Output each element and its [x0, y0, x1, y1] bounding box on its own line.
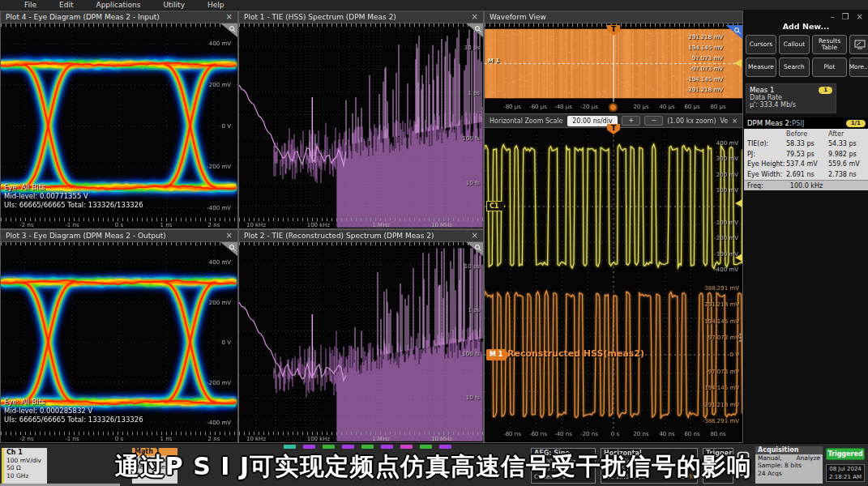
table-row: Eye Height: 537.4 mV 559.6 mV [744, 160, 868, 170]
plot3-header[interactable]: Plot 3 - Eye Diagram (DPM Meas 2 - Outpu… [1, 230, 237, 242]
axis-label: 0 s [107, 222, 131, 228]
axis-label: -194.145 mV [686, 76, 723, 83]
axis-label: -400 mV [714, 266, 738, 273]
menu-help[interactable]: Help [207, 1, 224, 9]
acquisition-panel[interactable]: Acquisition Manual, Analyze Sample: 8 bi… [755, 446, 823, 484]
axis-label: -400 mV [207, 420, 231, 426]
oscilloscope-app: File Edit Applications Utility Help Plot… [0, 0, 868, 486]
table-row: Eye Width: 2.691 ns 2.738 ns [744, 169, 868, 180]
axis-label: -60 µs [526, 104, 550, 110]
overview-reference-arrow-icon[interactable] [734, 59, 742, 67]
meas1-source-pill[interactable]: 1 [819, 87, 832, 94]
add-new-heading: Add New... [744, 22, 868, 31]
axis-label: 0 s [603, 431, 627, 437]
axis-label: 300 mV [716, 156, 738, 162]
results-table-button[interactable]: Results Table [812, 35, 847, 54]
zoom-close-icon[interactable]: × [732, 117, 738, 125]
minimized-badge-chip[interactable] [323, 445, 335, 449]
panel-splitter-handle[interactable]: ••• [738, 334, 742, 343]
axis-label: -60 ns [526, 431, 550, 437]
axis-label: 1 MHz [369, 222, 393, 228]
trigger-level-arrow-icon[interactable] [735, 254, 742, 262]
cursors-button[interactable]: Cursors [746, 35, 776, 54]
dpm-results-table: Before After TIE(σ): 58.33 ps 54.33 ps P… [744, 129, 868, 190]
axis-label: 97.073 mV [708, 335, 739, 341]
axis-label: 10 kHz [244, 436, 268, 442]
axis-label: 80 ns [706, 431, 730, 437]
axis-label: 20 µs [629, 104, 653, 110]
dpm-meas2-results[interactable]: DPM Meas 2: PSIJ 1/1 Before After TIE(σ)… [744, 117, 868, 190]
axis-label: 400 mV [209, 259, 231, 266]
minimized-badges-strip[interactable] [284, 445, 451, 449]
callout-button[interactable]: Callout [779, 35, 810, 54]
math1-waveform-badge[interactable]: M 1 [486, 349, 509, 360]
zoom-out-button[interactable]: − [644, 116, 663, 126]
minimized-badge-chip[interactable] [361, 445, 374, 449]
axis-label: -20 µs [577, 104, 601, 110]
axis-label: 1 MHz [369, 436, 393, 442]
ch1-waveform-badge[interactable]: C1 [486, 201, 505, 211]
plot4-header[interactable]: Plot 4 - Eye Diagram (DPM Meas 2 - Input… [1, 11, 237, 23]
annotate-icon-button[interactable] [849, 35, 868, 54]
acquisition-mode: Manual, [758, 454, 782, 463]
waveform-view-header[interactable]: Waveform View [485, 11, 742, 23]
ch1-badge[interactable]: Ch 1 100 mV/div 50 Ω 10 GHz [2, 448, 47, 484]
meas1-badge[interactable]: Meas 1 1 Data Rate μ': 333.4 Mb/s [746, 83, 836, 113]
minimized-badge-chip[interactable] [284, 445, 296, 449]
plot3-title: Plot 3 - Eye Diagram (DPM Meas 2 - Outpu… [6, 232, 226, 240]
axis-label: 40 µs [655, 104, 679, 110]
plot3-bottom-ruler [1, 432, 237, 435]
axis-label: 0 V [222, 339, 231, 346]
axis-label: 60 µs [680, 104, 704, 110]
maximize-icon[interactable]: ❒ [842, 12, 849, 21]
minimized-badge-chip[interactable] [400, 445, 413, 449]
axis-label: -200 mV [207, 164, 231, 170]
meas1-name: Meas 1 [750, 86, 774, 94]
plot1-spectrum-canvas[interactable] [239, 23, 483, 228]
horizontal-pan-handle[interactable] [609, 103, 618, 112]
minimize-icon[interactable]: – [831, 12, 835, 21]
plot1-title: Plot 1 - TIE (HSS) Spectrum (DPM Meas 2) [244, 13, 472, 21]
plot4-close-icon[interactable]: × [226, 13, 233, 21]
trigger-flag-icon[interactable]: T [607, 124, 620, 134]
minimized-badge-chip[interactable] [342, 445, 354, 449]
minimized-badge-chip[interactable] [439, 445, 451, 449]
dpm-nav-pill[interactable]: 1/1 [846, 120, 866, 127]
plot3-body: 400 mV 200 mV 0 V -200 mV -400 mV -2 ns … [1, 242, 237, 442]
menu-applications[interactable]: Applications [96, 1, 141, 9]
ch1-zoom-canvas[interactable] [485, 135, 742, 278]
ch1-ground-arrow-icon[interactable] [735, 199, 742, 207]
menu-utility[interactable]: Utility [163, 1, 184, 9]
plot-button[interactable]: Plot [812, 58, 847, 77]
plot2-spectrum-canvas[interactable] [239, 242, 483, 442]
menu-file[interactable]: File [24, 1, 36, 9]
plot1-close-icon[interactable]: × [472, 13, 478, 21]
axis-label: 1 ps [468, 307, 480, 313]
plot4-bottom-ruler [1, 218, 237, 221]
plot2-close-icon[interactable]: × [472, 232, 478, 240]
axis-label: 10 fs [466, 180, 480, 186]
measure-button[interactable]: Measure [746, 58, 776, 77]
more-button[interactable]: More... [849, 58, 868, 77]
axis-label: 100 kHz [306, 222, 331, 228]
axis-label: -97.073 mV [690, 66, 723, 72]
acquisition-count: 24 Acqs [755, 470, 823, 478]
minimized-badge-chip[interactable] [420, 445, 432, 449]
plot2-header[interactable]: Plot 2 - TIE (Reconstructed) Spectrum (D… [239, 230, 483, 242]
plot3-close-icon[interactable]: × [226, 232, 233, 240]
zoom-in-button[interactable]: + [622, 116, 640, 126]
close-icon[interactable]: × [857, 12, 863, 21]
search-button[interactable]: Search [779, 58, 810, 77]
minimized-badge-chip[interactable] [303, 445, 315, 449]
triggered-status-button[interactable]: Triggered [826, 448, 865, 460]
axis-label: 388.291 mV [704, 285, 739, 292]
eye-info-line: Mid-level: 0.00771355 V [4, 192, 88, 200]
menu-edit[interactable]: Edit [59, 1, 73, 9]
acquisition-title: Acquisition [755, 446, 823, 454]
minimized-badge-chip[interactable] [381, 445, 393, 449]
overview-source-label[interactable]: M 1 [488, 58, 499, 64]
axis-label: 2 ns [202, 436, 226, 442]
axis-label: -1 ns [60, 436, 84, 442]
plot1-header[interactable]: Plot 1 - TIE (HSS) Spectrum (DPM Meas 2)… [239, 11, 483, 23]
add-new-buttons-row2: Measure Search Plot More... [746, 58, 867, 77]
